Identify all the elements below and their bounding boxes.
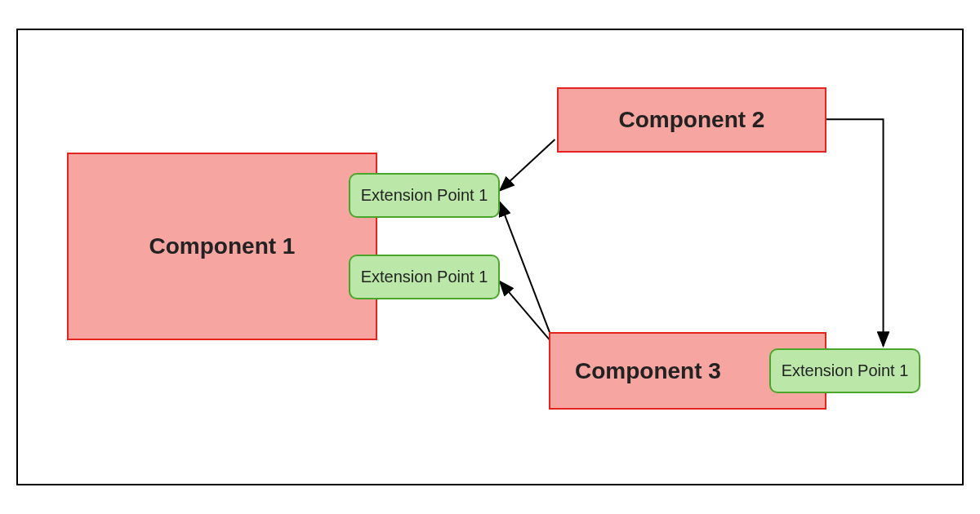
edge-arrow [500, 281, 555, 346]
edge-arrow [822, 119, 883, 346]
extension-point-1a-box: Extension Point 1 [349, 173, 500, 218]
extension-point-1a-label: Extension Point 1 [361, 186, 488, 205]
extension-point-1b-label: Extension Point 1 [361, 268, 488, 286]
component-2-label: Component 2 [619, 107, 765, 133]
extension-point-1b-box: Extension Point 1 [349, 255, 500, 299]
component-1-box: Component 1 [67, 153, 377, 340]
diagram-frame: Component 1 Component 2 Component 3 Exte… [16, 29, 964, 485]
component-3-label: Component 3 [575, 358, 721, 384]
edge-arrow [500, 202, 555, 346]
extension-point-3-label: Extension Point 1 [782, 361, 909, 380]
edge-arrow [500, 140, 555, 191]
component-2-box: Component 2 [557, 87, 826, 153]
extension-point-3-box: Extension Point 1 [769, 348, 920, 393]
component-1-label: Component 1 [149, 233, 296, 259]
